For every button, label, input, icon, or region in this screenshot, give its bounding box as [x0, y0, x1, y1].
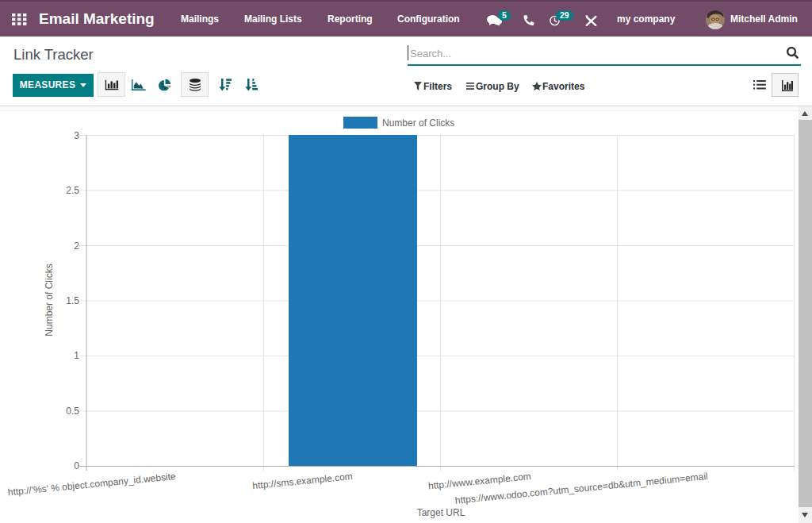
svg-text:Target URL: Target URL — [417, 507, 465, 518]
svg-text:0: 0 — [74, 460, 79, 471]
svg-text:2: 2 — [74, 240, 79, 252]
svg-text:http://'%s' % object.company_i: http://'%s' % object.company_id.website — [7, 471, 176, 498]
svg-text:2.5: 2.5 — [66, 185, 79, 196]
svg-text:0.5: 0.5 — [66, 406, 79, 417]
svg-text:Number of Clicks: Number of Clicks — [44, 263, 55, 336]
svg-text:http://sms.example.com: http://sms.example.com — [252, 471, 353, 491]
svg-text:3: 3 — [74, 130, 79, 141]
svg-text:Number of Clicks: Number of Clicks — [382, 117, 454, 129]
svg-text:1: 1 — [74, 350, 79, 361]
svg-text:1.5: 1.5 — [66, 295, 79, 306]
